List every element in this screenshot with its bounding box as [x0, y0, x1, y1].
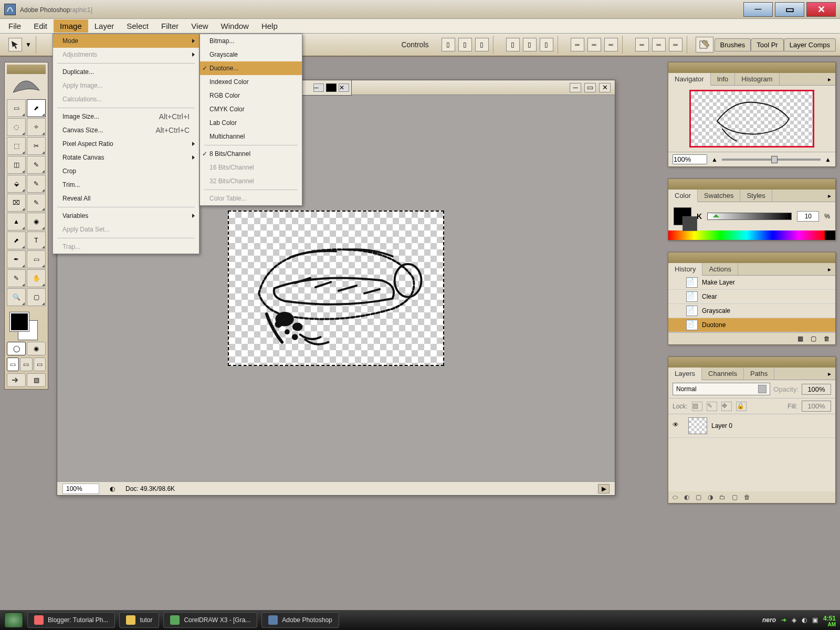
info-icon[interactable]: ◐: [110, 485, 115, 492]
panel-grip[interactable]: [7, 65, 46, 74]
tool-button[interactable]: ✧: [27, 118, 46, 136]
palette-tab[interactable]: Layer Comps: [784, 38, 836, 51]
distribute-icon[interactable]: ▯: [506, 38, 520, 51]
start-button[interactable]: [4, 612, 23, 628]
tool-button[interactable]: ✎: [27, 194, 46, 212]
menu-item[interactable]: Duplicate...: [53, 65, 199, 79]
blend-mode-select[interactable]: Normal: [673, 383, 770, 395]
distribute-icon[interactable]: ▯: [523, 38, 537, 51]
zoom-in-icon[interactable]: ▲: [825, 156, 831, 163]
menu-item[interactable]: Image Size...Alt+Ctrl+I: [53, 110, 199, 123]
panel-menu-icon[interactable]: ▸: [824, 73, 835, 85]
doc-close-button[interactable]: ✕: [599, 83, 611, 92]
tool-button[interactable]: ▭: [7, 99, 26, 117]
workspace-icon[interactable]: [696, 37, 713, 52]
snapshot-icon[interactable]: ▦: [797, 335, 803, 342]
align-v-icon[interactable]: ═: [604, 38, 618, 51]
background-document-titlebar[interactable]: ─ ✕: [299, 80, 352, 96]
menu-item[interactable]: Reveal All: [53, 192, 199, 205]
menu-item[interactable]: RGB Color: [200, 89, 302, 102]
doc-maximize-button[interactable]: ▭: [584, 83, 596, 92]
doc-minimize-button[interactable]: ─: [570, 83, 581, 92]
tool-button[interactable]: ✒: [7, 250, 26, 268]
taskbar-item[interactable]: Adobe Photoshop: [261, 612, 339, 628]
align-icon[interactable]: ▯: [442, 38, 455, 51]
tray-arrow-icon[interactable]: ➔: [781, 616, 786, 624]
panel-grip[interactable]: [668, 62, 835, 73]
quickmask-mode-button[interactable]: ◉: [27, 342, 46, 355]
taskbar-item[interactable]: tutor: [119, 612, 159, 628]
panel-tab[interactable]: Histogram: [735, 73, 779, 85]
align-v-icon[interactable]: ═: [587, 38, 601, 51]
layer-row[interactable]: 👁Layer 0: [668, 414, 835, 438]
menu-item[interactable]: Crop: [53, 164, 199, 178]
menu-item[interactable]: Mode: [53, 34, 199, 48]
tool-button[interactable]: 🔍: [7, 288, 26, 306]
tool-button[interactable]: ⬚: [7, 137, 26, 155]
menu-file[interactable]: File: [2, 19, 27, 33]
menu-item[interactable]: Canvas Size...Alt+Ctrl+C: [53, 123, 199, 137]
panel-menu-icon[interactable]: ▸: [824, 190, 835, 202]
panel-tab[interactable]: Actions: [702, 263, 738, 275]
menu-item[interactable]: Indexed Color: [200, 75, 302, 89]
history-state[interactable]: 📄Make Layer: [668, 276, 835, 290]
taskbar-item[interactable]: CorelDRAW X3 - [Gra...: [163, 612, 257, 628]
delete-layer-icon[interactable]: 🗑: [744, 494, 750, 501]
menu-view[interactable]: View: [185, 19, 214, 33]
panel-grip[interactable]: [668, 253, 835, 263]
tray-icon[interactable]: ◐: [802, 616, 807, 624]
screen-mode-3-button[interactable]: ▭: [34, 358, 46, 371]
zoom-slider[interactable]: [722, 159, 821, 161]
new-group-icon[interactable]: 🗀: [719, 494, 726, 501]
dropdown-caret-icon[interactable]: ▼: [25, 41, 32, 48]
align-v-icon[interactable]: ═: [571, 38, 584, 51]
panel-menu-icon[interactable]: ▸: [824, 368, 835, 380]
zoom-field[interactable]: 100%: [62, 484, 99, 494]
foreground-color-swatch[interactable]: [10, 312, 29, 331]
menu-item[interactable]: Bitmap...: [200, 34, 302, 48]
menu-item[interactable]: Rotate Canvas: [53, 151, 199, 164]
zoom-out-icon[interactable]: ▲: [711, 156, 718, 163]
panel-tab[interactable]: History: [668, 263, 702, 276]
menu-item[interactable]: Pixel Aspect Ratio: [53, 137, 199, 151]
tool-button[interactable]: T: [27, 232, 46, 249]
tool-button[interactable]: ✋: [27, 269, 46, 287]
menu-item[interactable]: Lab Color: [200, 116, 302, 130]
tool-button[interactable]: ⌧: [7, 194, 26, 212]
tool-button[interactable]: ◌: [7, 118, 26, 136]
distribute-v-icon[interactable]: ═: [635, 38, 649, 51]
clock[interactable]: 4:51AM: [823, 613, 836, 626]
canvas[interactable]: [228, 211, 444, 366]
tool-button[interactable]: ◫: [7, 156, 26, 174]
menu-image[interactable]: Image: [54, 19, 88, 33]
distribute-icon[interactable]: ▯: [540, 38, 553, 51]
panel-tab[interactable]: Channels: [702, 368, 744, 380]
tool-button[interactable]: ✂: [27, 137, 46, 155]
menu-item[interactable]: Variables: [53, 209, 199, 223]
color-swatch[interactable]: [674, 207, 691, 225]
distribute-v-icon[interactable]: ═: [652, 38, 666, 51]
lock-all-icon[interactable]: 🔒: [736, 402, 747, 411]
trash-icon[interactable]: 🗑: [824, 335, 830, 342]
visibility-icon[interactable]: 👁: [673, 421, 684, 430]
layer-style-icon[interactable]: ◐: [684, 494, 689, 501]
tool-button[interactable]: ▢: [27, 288, 46, 306]
tool-button[interactable]: ⬈: [7, 232, 26, 249]
tool-button[interactable]: ✎: [7, 269, 26, 287]
panel-tab[interactable]: Swatches: [698, 190, 740, 202]
minimize-button[interactable]: ─: [743, 2, 773, 17]
menu-item[interactable]: ✓Duotone...: [200, 61, 302, 75]
close-button[interactable]: ✕: [806, 2, 836, 17]
panel-grip[interactable]: [668, 357, 835, 368]
history-state[interactable]: 📄Grayscale: [668, 304, 835, 318]
lock-transparency-icon[interactable]: ▨: [692, 402, 702, 411]
menu-item[interactable]: Trim...: [53, 178, 199, 192]
tray-icon[interactable]: ▣: [812, 616, 818, 624]
panel-tab[interactable]: Navigator: [668, 73, 711, 86]
panel-tab[interactable]: Layers: [668, 368, 702, 380]
palette-tab[interactable]: Brushes: [715, 38, 751, 51]
imageready-button[interactable]: ▧: [27, 373, 46, 387]
menu-item[interactable]: CMYK Color: [200, 102, 302, 116]
new-layer-icon[interactable]: ▢: [732, 494, 738, 501]
tool-button[interactable]: ⬙: [7, 175, 26, 193]
